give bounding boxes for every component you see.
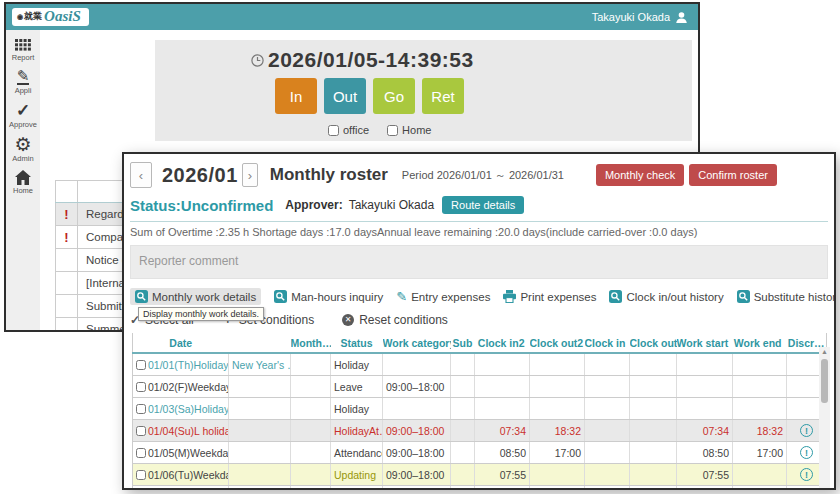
col-clock-out2[interactable]: Clock out2 bbox=[530, 333, 585, 353]
user-name: Takayuki Okada bbox=[592, 11, 670, 23]
roster-header: ‹ 2026/01 › Monthly roster Period 2026/0… bbox=[130, 162, 828, 188]
discrepancy-icon[interactable]: ! bbox=[800, 424, 813, 437]
search-icon bbox=[609, 290, 622, 303]
scrollbar-thumb[interactable] bbox=[821, 359, 828, 403]
sidebar-label-report: Report bbox=[12, 53, 35, 62]
sidebar-label-home: Home bbox=[13, 186, 33, 195]
pencil-icon: ✎ bbox=[396, 290, 407, 303]
col-note bbox=[229, 333, 291, 353]
page: 就業 OasiS Takayuki Okada Repor bbox=[0, 0, 840, 494]
approver-name: Takayuki Okada bbox=[349, 198, 434, 212]
sidebar-item-appli[interactable]: ✎ Appli bbox=[15, 69, 32, 95]
row-checkbox[interactable] bbox=[136, 448, 146, 458]
sidebar-item-report[interactable]: Report bbox=[12, 39, 35, 62]
current-datetime: 2026/01/05-14:39:53 bbox=[268, 48, 474, 72]
roster-row-0101[interactable]: 01/01(Th)Holiday New Year's … Holiday bbox=[133, 353, 827, 376]
office-checkbox[interactable] bbox=[328, 125, 339, 136]
roster-table: Date Month… Status Work category Sub Clo… bbox=[132, 333, 827, 490]
cross-icon: ✕ bbox=[342, 314, 354, 326]
approver-label: Approver: bbox=[285, 198, 342, 212]
status-row: Status:Unconfirmed Approver: Takayuki Ok… bbox=[130, 196, 828, 214]
row-checkbox[interactable] bbox=[136, 360, 146, 370]
tab-monthly-work-details[interactable]: Monthly work details Display monthly wor… bbox=[130, 288, 261, 305]
reset-conditions-button[interactable]: ✕ Reset conditions bbox=[342, 313, 448, 327]
printer-icon bbox=[503, 290, 516, 303]
roster-row-0104[interactable]: 01/04(Su)L holiday HolidayAt… 09:00–18:0… bbox=[133, 420, 827, 442]
grid-icon bbox=[15, 39, 31, 52]
workplace-options: office Home bbox=[328, 124, 692, 136]
tab-substitute-history-inquiry[interactable]: Substitute history Inquiry bbox=[737, 288, 836, 305]
col-work-end[interactable]: Work end bbox=[733, 333, 787, 353]
user-menu[interactable]: Takayuki Okada bbox=[592, 4, 688, 30]
search-icon bbox=[274, 290, 287, 303]
sidebar-item-admin[interactable]: ⚙ Admin bbox=[12, 136, 33, 163]
row-checkbox[interactable] bbox=[136, 426, 146, 436]
logo-name: OasiS bbox=[44, 9, 81, 24]
logo-kanji-badge: 就業 bbox=[17, 10, 42, 23]
col-date[interactable]: Date bbox=[133, 333, 229, 353]
punch-buttons: In Out Go Ret bbox=[275, 78, 692, 114]
check-icon: ✓ bbox=[16, 102, 30, 119]
status-badge: Status:Unconfirmed bbox=[130, 197, 273, 214]
overtime-summary: Sum of Overtime :2.35 h Shortage days :1… bbox=[130, 226, 828, 238]
table-scrollbar[interactable]: ▲ bbox=[819, 347, 830, 488]
tab-clock-in-out-history[interactable]: Clock in/out history bbox=[609, 288, 723, 305]
roster-row-0106[interactable]: 01/06(Tu)Weekday Updating 09:00–18:00 07… bbox=[133, 464, 827, 486]
col-work-category[interactable]: Work category bbox=[383, 333, 451, 353]
tab-tooltip: Display monthly work details. bbox=[138, 307, 264, 321]
sidebar-label-admin: Admin bbox=[12, 154, 33, 163]
col-clock-in2[interactable]: Clock in2 bbox=[475, 333, 530, 353]
go-button[interactable]: Go bbox=[373, 78, 415, 114]
sidebar-item-home[interactable]: Home bbox=[13, 170, 33, 195]
confirm-roster-button[interactable]: Confirm roster bbox=[689, 164, 777, 186]
next-month-button[interactable]: › bbox=[242, 163, 258, 187]
tab-man-hours-inquiry[interactable]: Man-hours inquiry bbox=[274, 288, 383, 305]
roster-row-0103[interactable]: 01/03(Sa)Holiday Holiday bbox=[133, 398, 827, 420]
col-clock-in[interactable]: Clock in bbox=[585, 333, 630, 353]
app-logo[interactable]: 就業 OasiS bbox=[12, 8, 89, 26]
gear-icon: ⚙ bbox=[14, 136, 31, 153]
col-status[interactable]: Status bbox=[331, 333, 383, 353]
roster-row-0107[interactable]: 01/07(W)Weekday Attendance 09:00–18:00 0… bbox=[133, 486, 827, 491]
sidebar: Report ✎ Appli ✓ Approve ⚙ Admin Home bbox=[6, 30, 40, 330]
office-checkbox-label[interactable]: office bbox=[328, 124, 369, 136]
discrepancy-icon[interactable]: ! bbox=[800, 468, 813, 481]
tab-entry-expenses[interactable]: ✎ Entry expenses bbox=[396, 288, 490, 305]
roster-actions: Monthly check Confirm roster bbox=[596, 164, 777, 186]
roster-row-0102[interactable]: 01/02(F)Weekday Leave 09:00–18:00 bbox=[133, 376, 827, 398]
clock-panel: 2026/01/05-14:39:53 In Out Go Ret office… bbox=[155, 40, 692, 141]
page-title: Monthly roster bbox=[270, 165, 388, 185]
reporter-comment-input[interactable] bbox=[130, 245, 828, 279]
route-details-button[interactable]: Route details bbox=[442, 196, 524, 214]
discrepancy-icon[interactable]: ! bbox=[800, 446, 813, 459]
prev-month-button[interactable]: ‹ bbox=[130, 162, 152, 188]
sidebar-item-approve[interactable]: ✓ Approve bbox=[9, 102, 37, 129]
roster-period: Period 2026/01/01 ～ 2026/01/31 bbox=[402, 168, 564, 183]
pencil-icon: ✎ bbox=[17, 69, 30, 85]
tab-print-expenses[interactable]: Print expenses bbox=[503, 288, 596, 305]
monthly-roster-window: ‹ 2026/01 › Monthly roster Period 2026/0… bbox=[122, 152, 836, 490]
home-checkbox-label[interactable]: Home bbox=[387, 124, 431, 136]
roster-row-0105[interactable]: 01/05(M)Weekday Attendance 09:00–18:00 0… bbox=[133, 442, 827, 464]
sidebar-label-approve: Approve bbox=[9, 120, 37, 129]
divider bbox=[130, 221, 828, 222]
return-button[interactable]: Ret bbox=[422, 78, 464, 114]
clock-out-button[interactable]: Out bbox=[324, 78, 366, 114]
search-icon bbox=[135, 290, 148, 303]
col-month[interactable]: Month… bbox=[291, 333, 331, 353]
app-header: 就業 OasiS Takayuki Okada bbox=[6, 4, 698, 30]
row-checkbox[interactable] bbox=[136, 404, 146, 414]
clock-icon bbox=[251, 54, 264, 67]
monthly-check-button[interactable]: Monthly check bbox=[596, 164, 684, 186]
search-icon bbox=[737, 290, 750, 303]
col-work-start[interactable]: Work start bbox=[677, 333, 733, 353]
scrollbar-up-arrow[interactable]: ▲ bbox=[819, 347, 830, 357]
roster-tabs: Monthly work details Display monthly wor… bbox=[130, 288, 828, 305]
clock-in-button[interactable]: In bbox=[275, 78, 317, 114]
home-checkbox[interactable] bbox=[387, 125, 398, 136]
row-checkbox[interactable] bbox=[136, 470, 146, 480]
row-checkbox[interactable] bbox=[136, 382, 146, 392]
col-sub[interactable]: Sub bbox=[451, 333, 475, 353]
col-clock-out[interactable]: Clock out bbox=[630, 333, 677, 353]
user-icon bbox=[675, 11, 688, 24]
